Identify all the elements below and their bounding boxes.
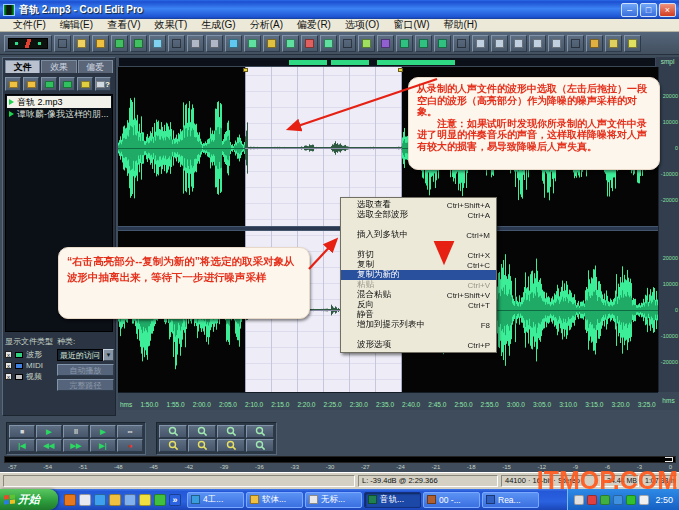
organizer-button[interactable] xyxy=(41,77,57,91)
tray-icon[interactable] xyxy=(600,495,610,505)
toolbar-button[interactable] xyxy=(187,35,204,52)
toolbar-button[interactable] xyxy=(149,35,166,52)
transport-button[interactable]: ◀◀ xyxy=(36,439,62,452)
toolbar-button[interactable] xyxy=(4,35,52,52)
menu-item[interactable]: 生成(G) xyxy=(194,18,242,32)
quick-launch-icon[interactable] xyxy=(64,494,76,506)
zoom-button[interactable] xyxy=(217,425,245,438)
toolbar-button[interactable] xyxy=(529,35,546,52)
toolbar-button[interactable] xyxy=(396,35,413,52)
menu-item[interactable]: 偏爱(R) xyxy=(290,18,338,32)
tray-icon[interactable] xyxy=(587,495,597,505)
toolbar-button[interactable] xyxy=(206,35,223,52)
close-button[interactable]: × xyxy=(659,3,676,17)
context-menu-item[interactable]: 波形选项Ctrl+P xyxy=(341,340,496,350)
toolbar-button[interactable] xyxy=(54,35,71,52)
menu-item[interactable]: 选项(O) xyxy=(338,18,386,32)
menu-item[interactable]: 查看(V) xyxy=(100,18,147,32)
organizer-tab[interactable]: 偏爱 xyxy=(78,60,113,73)
transport-button[interactable]: ∞ xyxy=(117,425,143,438)
toolbar-button[interactable] xyxy=(605,35,622,52)
toolbar-button[interactable] xyxy=(301,35,318,52)
task-button[interactable]: Rea... xyxy=(482,492,539,508)
toolbar-button[interactable] xyxy=(567,35,584,52)
transport-button[interactable]: ■ xyxy=(9,425,35,438)
quick-launch-icon[interactable]: » xyxy=(169,494,181,506)
task-button[interactable]: 4工... xyxy=(187,492,244,508)
toolbar-button[interactable] xyxy=(491,35,508,52)
quick-launch-icon[interactable] xyxy=(154,494,166,506)
auto-play-button[interactable]: 自动播放 xyxy=(57,364,114,376)
tray-icon[interactable] xyxy=(626,495,636,505)
zoom-button[interactable] xyxy=(217,439,245,452)
checkbox[interactable]: x xyxy=(5,362,12,369)
zoom-button[interactable] xyxy=(159,439,187,452)
transport-button[interactable]: |◀ xyxy=(9,439,35,452)
toolbar-button[interactable] xyxy=(415,35,432,52)
menu-item[interactable]: 分析(A) xyxy=(243,18,290,32)
zoom-button[interactable] xyxy=(246,439,274,452)
waveform-overview-bar[interactable] xyxy=(118,57,656,67)
toolbar-button[interactable] xyxy=(168,35,185,52)
level-meter[interactable] xyxy=(4,456,676,463)
toolbar-button[interactable] xyxy=(73,35,90,52)
dropdown-arrow-icon[interactable]: ▼ xyxy=(103,349,114,361)
organizer-tab[interactable]: 效果 xyxy=(41,60,76,73)
task-button[interactable]: 00 -... xyxy=(423,492,480,508)
menu-item[interactable]: 文件(F) xyxy=(6,18,53,32)
quick-launch-icon[interactable] xyxy=(79,494,91,506)
quick-launch-icon[interactable] xyxy=(124,494,136,506)
transport-button[interactable]: ● xyxy=(117,439,143,452)
toolbar-button[interactable] xyxy=(282,35,299,52)
toolbar-button[interactable] xyxy=(434,35,451,52)
selection-end-handle[interactable] xyxy=(398,68,403,72)
toolbar-button[interactable] xyxy=(472,35,489,52)
full-path-button[interactable]: 完整路径 xyxy=(57,379,114,391)
transport-button[interactable]: II xyxy=(63,425,89,438)
zoom-button[interactable] xyxy=(188,425,216,438)
timeline-ruler[interactable]: hms1:50.01:55.02:00.02:05.02:10.02:15.02… xyxy=(118,392,658,410)
organizer-tab[interactable]: 文件 xyxy=(5,60,40,73)
toolbar-button[interactable] xyxy=(453,35,470,52)
restore-button[interactable]: □ xyxy=(640,3,657,17)
file-type-option[interactable]: xMIDI xyxy=(5,360,53,371)
selection-start-handle[interactable] xyxy=(243,68,248,72)
toolbar-button[interactable] xyxy=(130,35,147,52)
context-menu-item[interactable]: 插入到多轨中Ctrl+M xyxy=(341,230,496,240)
organizer-button[interactable] xyxy=(59,77,75,91)
organizer-button[interactable] xyxy=(77,77,93,91)
start-button[interactable]: 开始 xyxy=(0,489,58,510)
toolbar-button[interactable] xyxy=(225,35,242,52)
menu-item[interactable]: 编辑(E) xyxy=(53,18,100,32)
tray-icon[interactable] xyxy=(613,495,623,505)
transport-button[interactable]: ▶| xyxy=(90,439,116,452)
toolbar-button[interactable] xyxy=(111,35,128,52)
checkbox[interactable]: x xyxy=(5,373,12,380)
file-type-option[interactable]: x波形 xyxy=(5,349,53,360)
toolbar-button[interactable] xyxy=(358,35,375,52)
menu-item[interactable]: 效果(T) xyxy=(147,18,194,32)
title-bar[interactable]: 音轨 2.mp3 - Cool Edit Pro – □ × xyxy=(0,0,679,19)
checkbox[interactable]: x xyxy=(5,351,12,358)
toolbar-button[interactable] xyxy=(339,35,356,52)
task-button[interactable]: 无标... xyxy=(305,492,362,508)
toolbar-button[interactable] xyxy=(510,35,527,52)
context-menu-item[interactable]: 增加到提示列表中F8 xyxy=(341,320,496,330)
file-type-option[interactable]: x视频 xyxy=(5,371,53,382)
toolbar-button[interactable] xyxy=(263,35,280,52)
toolbar-button[interactable] xyxy=(320,35,337,52)
organizer-button[interactable]: ? xyxy=(95,77,111,91)
sort-dropdown[interactable]: 最近的访问 ▼ xyxy=(57,349,114,361)
zoom-button[interactable] xyxy=(246,425,274,438)
transport-button[interactable]: ▶ xyxy=(36,425,62,438)
tray-icon[interactable] xyxy=(639,495,649,505)
quick-launch-icon[interactable] xyxy=(109,494,121,506)
toolbar-button[interactable] xyxy=(92,35,109,52)
toolbar-button[interactable] xyxy=(244,35,261,52)
zoom-button[interactable] xyxy=(188,439,216,452)
task-button[interactable]: 软体... xyxy=(246,492,303,508)
organizer-button[interactable] xyxy=(5,77,21,91)
organizer-button[interactable] xyxy=(23,77,39,91)
menu-item[interactable]: 窗口(W) xyxy=(386,18,436,32)
transport-button[interactable]: ▶ xyxy=(90,425,116,438)
